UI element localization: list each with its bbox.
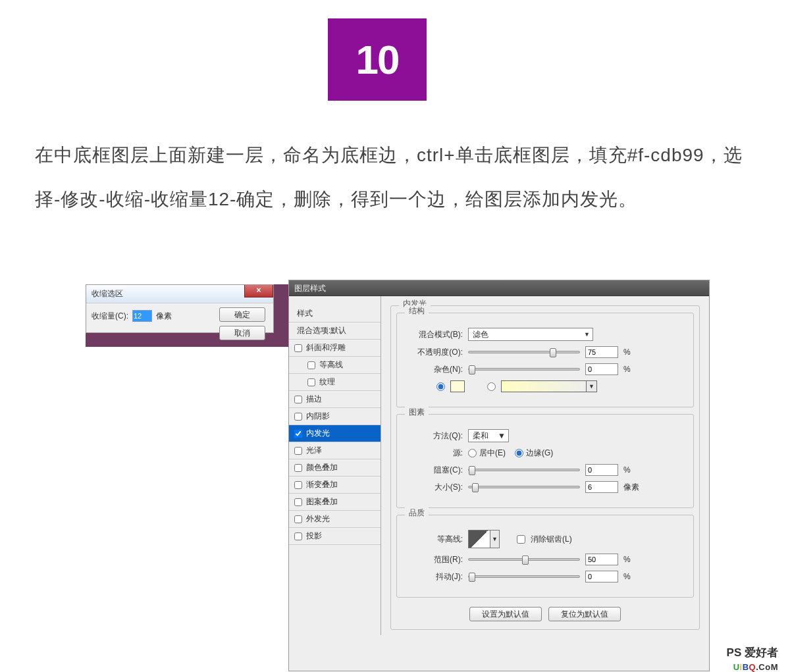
blend-mode-label: 混合模式(B): bbox=[404, 329, 463, 340]
sidebar-blending-header[interactable]: 混合选项:默认 bbox=[289, 323, 381, 340]
reset-default-button[interactable]: 复位为默认值 bbox=[548, 607, 621, 621]
antialias-checkbox[interactable] bbox=[517, 535, 525, 544]
sidebar-style-header[interactable]: 样式 bbox=[289, 305, 381, 323]
elements-group: 图素 方法(Q): 柔和 ▼ 源: 居中(E) bbox=[396, 414, 694, 508]
structure-label: 结构 bbox=[405, 305, 429, 317]
sidebar-item-color-overlay[interactable]: 颜色叠加 bbox=[289, 459, 381, 477]
source-center-radio[interactable] bbox=[468, 449, 477, 457]
chevron-down-icon: ▼ bbox=[584, 331, 590, 338]
shrink-selection-dialog: 收缩选区 × 收缩量(C): 像素 确定 取消 bbox=[86, 284, 274, 333]
gradient-swatch[interactable] bbox=[501, 380, 587, 392]
layer-style-titlebar: 图层样式 bbox=[289, 280, 709, 296]
contour-label: 等高线: bbox=[404, 534, 463, 545]
technique-label: 方法(Q): bbox=[404, 430, 463, 442]
solid-color-radio[interactable] bbox=[436, 382, 445, 391]
ok-button[interactable]: 确定 bbox=[219, 307, 265, 322]
satin-checkbox[interactable] bbox=[294, 447, 302, 455]
range-label: 范围(R): bbox=[404, 554, 463, 565]
sidebar-item-bevel[interactable]: 斜面和浮雕 bbox=[289, 340, 381, 357]
shrink-dialog-title: 收缩选区 bbox=[92, 289, 123, 298]
pattern-overlay-checkbox[interactable] bbox=[294, 498, 302, 506]
jitter-slider[interactable] bbox=[468, 575, 580, 578]
antialias-label: 消除锯齿(L) bbox=[531, 534, 572, 545]
contour-dropdown-arrow[interactable]: ▼ bbox=[490, 530, 500, 548]
shrink-amount-input[interactable] bbox=[132, 310, 152, 322]
size-slider[interactable] bbox=[468, 486, 580, 488]
opacity-input[interactable] bbox=[585, 346, 618, 358]
instruction-text: 在中底框图层上面新建一层，命名为底框边，ctrl+单击底框图层，填充#f-cdb… bbox=[35, 133, 747, 221]
color-swatch[interactable] bbox=[450, 380, 465, 392]
gradient-dropdown-arrow[interactable]: ▼ bbox=[587, 380, 597, 392]
layer-style-sidebar: 样式 混合选项:默认 斜面和浮雕 等高线 纹理 描边 bbox=[289, 296, 381, 635]
layer-style-title: 图层样式 bbox=[294, 284, 326, 293]
elements-label: 图素 bbox=[405, 407, 429, 418]
step-number-badge: 10 bbox=[328, 18, 427, 101]
sidebar-item-pattern-overlay[interactable]: 图案叠加 bbox=[289, 494, 381, 511]
opacity-slider[interactable] bbox=[468, 351, 580, 353]
shrink-unit: 像素 bbox=[156, 311, 172, 322]
gradient-radio[interactable] bbox=[487, 382, 496, 391]
size-input[interactable] bbox=[585, 481, 618, 493]
inner-glow-checkbox[interactable] bbox=[294, 430, 302, 438]
source-edge-radio[interactable] bbox=[515, 449, 523, 457]
jitter-input[interactable] bbox=[585, 571, 618, 582]
cancel-button[interactable]: 取消 bbox=[219, 326, 265, 340]
sidebar-item-texture[interactable]: 纹理 bbox=[289, 374, 381, 391]
close-button[interactable]: × bbox=[244, 285, 273, 297]
sidebar-item-gradient-overlay[interactable]: 渐变叠加 bbox=[289, 477, 381, 494]
source-center-option[interactable]: 居中(E) bbox=[468, 448, 506, 459]
noise-label: 杂色(N): bbox=[404, 364, 463, 375]
slider-thumb[interactable] bbox=[469, 466, 475, 475]
choke-input[interactable] bbox=[585, 464, 618, 476]
sidebar-item-contour[interactable]: 等高线 bbox=[289, 357, 381, 374]
size-label: 大小(S): bbox=[404, 482, 463, 493]
watermark-top: PS 爱好者 bbox=[727, 645, 778, 660]
contour-checkbox[interactable] bbox=[307, 361, 315, 369]
close-icon: × bbox=[256, 286, 261, 295]
choke-slider[interactable] bbox=[468, 469, 580, 471]
sidebar-item-outer-glow[interactable]: 外发光 bbox=[289, 511, 381, 528]
noise-slider[interactable] bbox=[468, 368, 580, 371]
shrink-dialog-titlebar: 收缩选区 × bbox=[86, 285, 273, 303]
watermark-url: UiBQ.CoM bbox=[733, 662, 778, 672]
sidebar-item-inner-shadow[interactable]: 内阴影 bbox=[289, 408, 381, 425]
slider-thumb[interactable] bbox=[469, 365, 475, 375]
slider-thumb[interactable] bbox=[550, 348, 556, 357]
slider-thumb[interactable] bbox=[469, 573, 475, 582]
choke-label: 阻塞(C): bbox=[404, 465, 463, 476]
chevron-down-icon: ▼ bbox=[498, 431, 506, 440]
opacity-label: 不透明度(O): bbox=[404, 347, 463, 358]
layer-style-dialog: 图层样式 样式 混合选项:默认 斜面和浮雕 等高线 纹理 bbox=[288, 280, 710, 671]
sidebar-item-stroke[interactable]: 描边 bbox=[289, 391, 381, 408]
sidebar-item-inner-glow[interactable]: 内发光 bbox=[289, 425, 381, 442]
noise-input[interactable] bbox=[585, 363, 618, 375]
quality-label: 品质 bbox=[405, 507, 429, 519]
source-label: 源: bbox=[404, 448, 463, 459]
contour-picker[interactable] bbox=[468, 530, 490, 548]
stroke-checkbox[interactable] bbox=[294, 396, 302, 403]
slider-thumb[interactable] bbox=[522, 556, 529, 565]
range-input[interactable] bbox=[585, 554, 618, 565]
bevel-checkbox[interactable] bbox=[294, 344, 302, 352]
jitter-label: 抖动(J): bbox=[404, 571, 463, 582]
color-overlay-checkbox[interactable] bbox=[294, 464, 302, 472]
gradient-overlay-checkbox[interactable] bbox=[294, 481, 302, 489]
outer-glow-checkbox[interactable] bbox=[294, 515, 302, 523]
step-number: 10 bbox=[356, 36, 399, 83]
range-slider[interactable] bbox=[468, 558, 580, 561]
structure-group: 结构 混合模式(B): 滤色 ▼ 不透明度(O): bbox=[396, 313, 694, 407]
sidebar-item-satin[interactable]: 光泽 bbox=[289, 442, 381, 459]
inner-shadow-checkbox[interactable] bbox=[294, 413, 302, 421]
technique-dropdown[interactable]: 柔和 ▼ bbox=[468, 429, 509, 442]
drop-shadow-checkbox[interactable] bbox=[294, 532, 302, 540]
shrink-amount-label: 收缩量(C): bbox=[92, 311, 128, 322]
layer-style-main: 内发光 结构 混合模式(B): 滤色 ▼ 不透明度(O): bbox=[381, 296, 709, 635]
texture-checkbox[interactable] bbox=[307, 378, 315, 386]
quality-group: 品质 等高线: ▼ 消除锯齿(L) 范围(R): bbox=[396, 515, 694, 598]
source-edge-option[interactable]: 边缘(G) bbox=[515, 448, 553, 459]
set-default-button[interactable]: 设置为默认值 bbox=[469, 607, 542, 621]
slider-thumb[interactable] bbox=[472, 483, 479, 492]
sidebar-item-drop-shadow[interactable]: 投影 bbox=[289, 528, 381, 545]
blend-mode-dropdown[interactable]: 滤色 ▼ bbox=[468, 328, 593, 341]
